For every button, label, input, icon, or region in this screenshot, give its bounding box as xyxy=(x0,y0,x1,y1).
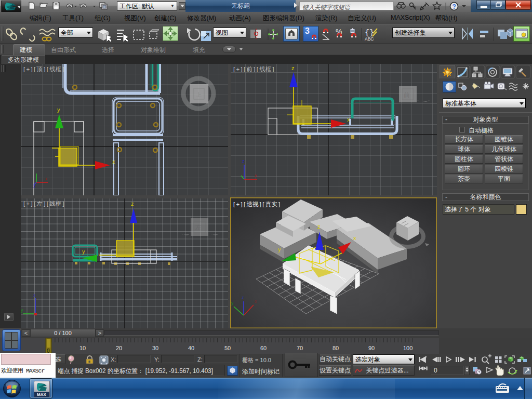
svg-text:y: y xyxy=(231,300,234,305)
svg-text:[ + ] [ 顶 ] [ 线框 ]: [ + ] [ 顶 ] [ 线框 ] xyxy=(23,66,64,72)
svg-text:z: z xyxy=(33,293,36,298)
svg-text:左: 左 xyxy=(195,224,202,231)
svg-text:[ + ] [ 前 ] [ 线框 ]: [ + ] [ 前 ] [ 线框 ] xyxy=(233,66,274,72)
svg-text:[ + ] [ 左 ] [ 线框 ]: [ + ] [ 左 ] [ 线框 ] xyxy=(23,201,64,207)
svg-text:y: y xyxy=(21,308,23,313)
svg-text:z: z xyxy=(317,223,321,230)
svg-text:z: z xyxy=(242,158,245,164)
svg-text:90: 90 xyxy=(368,345,375,351)
svg-text:100: 100 xyxy=(403,345,413,351)
svg-text:10: 10 xyxy=(79,345,86,351)
svg-text:x: x xyxy=(255,173,257,178)
svg-text:z: z xyxy=(33,183,36,189)
svg-text:[ + ] [ 透视 ] [ 真实 ]: [ + ] [ 透视 ] [ 真实 ] xyxy=(233,201,280,208)
svg-text:x: x xyxy=(112,158,115,165)
svg-text:ABC: ABC xyxy=(365,36,374,42)
svg-text:x: x xyxy=(353,235,356,241)
svg-text:y: y xyxy=(278,246,281,252)
svg-text:?: ? xyxy=(453,3,456,10)
svg-text:z: z xyxy=(291,65,295,71)
svg-text:上: 上 xyxy=(196,91,202,98)
svg-text:y: y xyxy=(57,107,60,113)
svg-text:z: z xyxy=(131,201,134,207)
svg-text:x: x xyxy=(347,116,350,123)
svg-text:70: 70 xyxy=(297,345,303,351)
svg-text:80: 80 xyxy=(332,345,339,351)
svg-text:20: 20 xyxy=(116,345,122,351)
svg-text:60: 60 xyxy=(260,345,267,351)
svg-text:x: x xyxy=(255,299,257,304)
svg-text:z: z xyxy=(242,295,244,300)
svg-text:MAX: MAX xyxy=(37,392,46,397)
svg-text:50: 50 xyxy=(224,345,231,351)
svg-text:30: 30 xyxy=(152,345,158,351)
svg-text:40: 40 xyxy=(188,345,194,351)
svg-text:x: x xyxy=(45,176,48,181)
svg-text:y: y xyxy=(82,248,85,255)
svg-text:前: 前 xyxy=(404,91,410,99)
